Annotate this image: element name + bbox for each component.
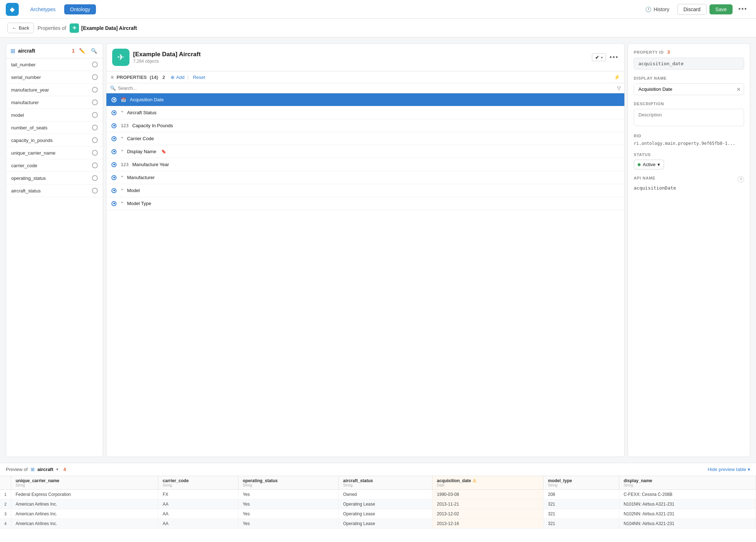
object-more-button[interactable]: ••• [610, 54, 619, 61]
prop-radio [92, 62, 98, 67]
row-radio [111, 136, 117, 141]
property-id-label: PROPERTY ID [634, 50, 664, 54]
property-row-display-name[interactable]: " Display Name 🔖 [106, 145, 624, 158]
status-dropdown[interactable]: Active ▾ [634, 160, 664, 169]
history-button[interactable]: 🕐 History [640, 4, 674, 14]
property-type-icon: " [121, 136, 123, 141]
list-item[interactable]: manufacturer [6, 96, 103, 109]
preview-table-container: unique_carrier_nameString carrier_codeSt… [0, 476, 756, 529]
back-button[interactable]: ← Back [7, 23, 34, 33]
hide-preview-button[interactable]: Hide preview table ▾ [708, 467, 750, 472]
row-number: 2 [0, 499, 11, 509]
prop-radio [92, 112, 98, 118]
property-row-capacity[interactable]: 123 Capacity In Pounds [106, 119, 624, 132]
cell-display-name: N102NN: Airbus A321-231 [619, 509, 756, 519]
main-content: ⊞ aircraft 1 ✏️ 🔍 tail_number serial_num… [0, 37, 756, 463]
col-header-display-name: display_nameString [619, 476, 756, 490]
row-radio [111, 123, 117, 128]
preview-dropdown-button[interactable]: ▾ [56, 467, 58, 472]
discard-button[interactable]: Discard [677, 4, 707, 15]
display-name-input[interactable] [634, 84, 734, 95]
help-icon[interactable]: ? [738, 176, 744, 183]
plus-circle-icon: ⊕ [171, 75, 175, 80]
center-title-group: [Example Data] Aircraft 7,284 objects [133, 51, 588, 64]
table-row: 2 American Airlines Inc. AA Yes Operatin… [0, 499, 756, 509]
cell-unique-carrier: American Airlines Inc. [11, 519, 158, 529]
property-row-manufacture-year[interactable]: 123 Manufacture Year [106, 158, 624, 171]
status-check-button[interactable]: ✔ ▾ [592, 53, 606, 61]
search-bar: 🔍 ▽ [106, 83, 624, 93]
api-name-section: API NAME ? acquisitionDate [634, 176, 744, 191]
cell-operating-status: Yes [238, 490, 338, 499]
tab-ontology[interactable]: Ontology [64, 4, 96, 14]
prop-radio [92, 74, 98, 80]
left-panel: ⊞ aircraft 1 ✏️ 🔍 tail_number serial_num… [6, 43, 103, 457]
property-row-model-type[interactable]: " Model Type [106, 197, 624, 210]
pin-icon: 🔖 [161, 149, 166, 154]
col-header-carrier-code: carrier_codeString [158, 476, 238, 490]
reset-button[interactable]: Reset [193, 75, 205, 80]
property-type-icon: 📅 [121, 97, 126, 102]
history-icon: 🕐 [645, 6, 651, 12]
property-type-icon: " [121, 188, 123, 193]
description-input[interactable] [634, 109, 744, 126]
list-item[interactable]: capacity_in_pounds [6, 134, 103, 147]
row-radio [111, 162, 117, 167]
row-radio [111, 188, 117, 193]
property-name: Carrier Code [127, 136, 154, 141]
add-property-button[interactable]: ⊕ Add [171, 75, 184, 80]
cell-acquisition-date: 2013-12-02 [432, 509, 544, 519]
save-button[interactable]: Save [709, 4, 733, 14]
list-item[interactable]: carrier_code [6, 159, 103, 172]
chevron-up-icon: ▾ [748, 467, 750, 472]
left-panel-header: ⊞ aircraft 1 ✏️ 🔍 [6, 44, 103, 58]
edit-button[interactable]: ✏️ [78, 47, 87, 54]
property-row-acquisition-date[interactable]: 📅 Acquisition Date [106, 93, 624, 106]
cell-carrier-code: AA [158, 519, 238, 529]
list-item[interactable]: manufacture_year [6, 84, 103, 96]
filter-icon-button[interactable]: ▽ [617, 85, 621, 91]
cell-display-name: C-FEXX: Cessna C-208B [619, 490, 756, 499]
list-item[interactable]: model [6, 109, 103, 121]
property-row-model[interactable]: " Model [106, 184, 624, 197]
list-item[interactable]: operating_status [6, 172, 103, 185]
property-name: Model Type [127, 201, 151, 206]
property-id-section: PROPERTY ID 3 acquisition_date [634, 49, 744, 70]
list-item[interactable]: number_of_seats [6, 121, 103, 134]
cell-operating-status: Yes [238, 509, 338, 519]
cell-aircraft-status: Operating Lease [339, 509, 432, 519]
search-button[interactable]: 🔍 [89, 47, 98, 54]
cell-display-name: N104NN: Airbus A321-231 [619, 519, 756, 529]
search-input[interactable] [118, 85, 615, 91]
more-options-button[interactable]: ••• [735, 3, 750, 15]
back-arrow-icon: ← [12, 25, 17, 31]
property-row-carrier-code[interactable]: " Carrier Code [106, 132, 624, 145]
property-row-aircraft-status[interactable]: " Aircraft Status [106, 106, 624, 119]
clear-display-name-button[interactable]: ✕ [734, 84, 744, 94]
cell-model-type: 321 [544, 519, 619, 529]
list-item[interactable]: aircraft_status [6, 185, 103, 197]
tab-archetypes[interactable]: Archetypes [25, 4, 61, 14]
prop-radio [92, 188, 98, 194]
breadcrumb-prefix: Properties of [38, 25, 66, 31]
object-icon-large: ✈ [112, 49, 129, 66]
display-name-section: DISPLAY NAME ✕ [634, 76, 744, 95]
list-item[interactable]: unique_carrier_name [6, 147, 103, 159]
list-item[interactable]: tail_number [6, 58, 103, 71]
properties-label: PROPERTIES [117, 75, 147, 80]
list-item[interactable]: serial_number [6, 71, 103, 84]
cell-operating-status: Yes [238, 499, 338, 509]
object-type-icon: ✈ [70, 23, 79, 33]
prop-radio [92, 87, 98, 93]
right-panel: PROPERTY ID 3 acquisition_date DISPLAY N… [628, 43, 750, 457]
filter-button[interactable]: ⚡ [614, 74, 620, 80]
center-panel: ✈ [Example Data] Aircraft 7,284 objects … [106, 43, 625, 457]
props-toolbar: ≡ PROPERTIES (14) 2 ⊕ Add | Reset ⚡ [106, 71, 624, 83]
chevron-down-icon: ▾ [658, 162, 660, 167]
preview-table-name: aircraft [38, 467, 53, 472]
status-value: Active [643, 162, 655, 167]
api-name-label: API NAME [634, 176, 655, 180]
col-header-model-type: model_typeString [544, 476, 619, 490]
top-nav: ◆ Archetypes Ontology 🕐 History Discard … [0, 0, 756, 19]
property-row-manufacturer[interactable]: " Manufacturer [106, 171, 624, 184]
